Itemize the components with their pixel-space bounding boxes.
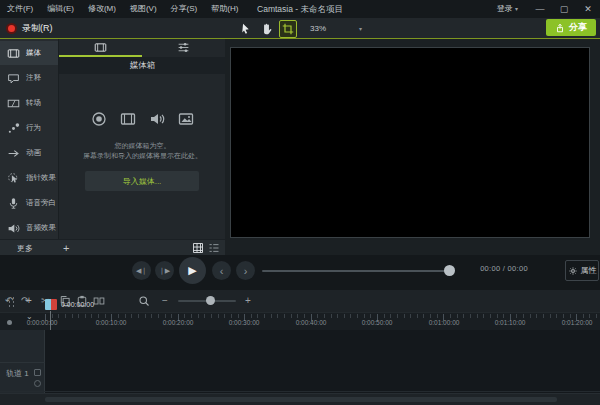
- step-forward-icon: ❘▶: [159, 267, 170, 275]
- sidebar-item-label: 音频效果: [26, 223, 56, 233]
- grid-view-button[interactable]: [192, 242, 204, 254]
- transition-icon: [7, 97, 20, 110]
- camtasia-window: 文件(F) 编辑(E) 修改(M) 视图(V) 分享(S) 帮助(H) Camt…: [0, 0, 600, 405]
- chevron-down-icon: ▾: [515, 6, 518, 12]
- timeline-zoom-out-button[interactable]: −: [162, 294, 168, 307]
- import-media-button[interactable]: 导入媒体...: [85, 171, 199, 191]
- jump-back-button[interactable]: ‹: [212, 261, 231, 280]
- properties-button[interactable]: 属性: [565, 260, 599, 281]
- track-lock-icon[interactable]: [34, 369, 41, 376]
- total-time: 00:00: [508, 264, 528, 273]
- chevron-left-icon: ‹: [220, 265, 224, 277]
- step-forward-button[interactable]: ❘▶: [155, 261, 174, 280]
- zoom-search-icon: [138, 295, 150, 307]
- animation-arrow-icon: [7, 147, 20, 160]
- preview-canvas[interactable]: [230, 47, 590, 238]
- collapse-tracks-button[interactable]: ⌄: [26, 313, 33, 321]
- track-visibility-icon[interactable]: [34, 380, 41, 387]
- sidebar-item-audio-effects[interactable]: 音频效果: [0, 216, 58, 240]
- gutter-divider: [0, 362, 45, 363]
- ruler-label: 0:00:50:00: [362, 319, 393, 326]
- timeline-zoom-handle[interactable]: [206, 296, 215, 305]
- select-tool-button[interactable]: [237, 20, 253, 36]
- speaker-icon: [7, 222, 20, 235]
- pan-tool-button[interactable]: [258, 20, 274, 36]
- chevron-down-icon: ▾: [359, 25, 362, 32]
- sidebar-item-label: 注释: [26, 73, 41, 83]
- current-time: 00:00: [480, 264, 500, 273]
- maximize-button[interactable]: ▢: [552, 0, 576, 18]
- sidebar-item-label: 媒体: [26, 48, 41, 58]
- record-button[interactable]: 录制(R): [6, 20, 53, 36]
- add-tab-button[interactable]: +: [63, 241, 69, 255]
- time-separator: /: [503, 264, 505, 273]
- step-back-icon: ◀❘: [136, 267, 147, 275]
- menu-edit[interactable]: 编辑(E): [40, 0, 81, 18]
- login-button[interactable]: 登录 ▾: [497, 0, 518, 18]
- login-label: 登录: [497, 4, 513, 13]
- sidebar-item-cursor-effects[interactable]: 指针效果: [0, 166, 58, 190]
- sidebar-item-transitions[interactable]: 转场: [0, 91, 58, 115]
- ruler-label: 0:01:20:00: [562, 319, 593, 326]
- horizontal-scrollbar-thumb[interactable]: [45, 397, 557, 402]
- horizontal-scrollbar[interactable]: [0, 393, 600, 405]
- gear-icon: [568, 266, 578, 276]
- list-view-button[interactable]: [208, 242, 220, 254]
- speaker-icon: [149, 111, 165, 127]
- scrubber-track[interactable]: [262, 270, 455, 272]
- jump-forward-button[interactable]: ›: [236, 261, 255, 280]
- scrubber-handle[interactable]: [444, 265, 455, 276]
- menu-share[interactable]: 分享(S): [164, 0, 205, 18]
- add-track-button[interactable]: +: [26, 296, 32, 306]
- main-toolbar: [0, 18, 600, 39]
- timeline-tracks-area[interactable]: 轨道 1: [0, 330, 600, 393]
- play-button[interactable]: ▶: [179, 257, 206, 284]
- share-button[interactable]: 分享: [546, 19, 596, 36]
- empty-state-title: 您的媒体箱为空。: [59, 141, 226, 151]
- timeline-zoom-in-button[interactable]: +: [245, 294, 251, 307]
- media-bin-panel: 媒体箱 您的媒体箱为空。 屏幕录制和导入的媒体将显示在此处。 导入媒体...: [58, 39, 225, 239]
- ruler-label: 0:00:10:00: [96, 319, 127, 326]
- track-lane-divider: [0, 391, 600, 392]
- tab-properties[interactable]: [142, 39, 225, 56]
- split-button[interactable]: [93, 295, 105, 307]
- sidebar-item-media[interactable]: 媒体: [0, 41, 58, 65]
- sidebar-item-voice-narration[interactable]: 语音旁白: [0, 191, 58, 215]
- menu-modify[interactable]: 修改(M): [81, 0, 123, 18]
- image-icon: [178, 111, 194, 127]
- sidebar-item-annotations[interactable]: 注释: [0, 66, 58, 90]
- timeline-ruler[interactable]: 0:00:00:00 0:00:10:00 0:00:20:00 0:00:30…: [0, 312, 600, 331]
- sidebar-item-label: 动画: [26, 148, 41, 158]
- cursor-effects-icon: [7, 172, 20, 185]
- ruler-label: 0:01:00:00: [429, 319, 460, 326]
- filmstrip-icon: [120, 111, 136, 127]
- share-label: 分享: [569, 21, 587, 34]
- behaviors-icon: [7, 122, 20, 135]
- menu-help[interactable]: 帮助(H): [204, 0, 245, 18]
- ruler-label: 0:00:30:00: [229, 319, 260, 326]
- tab-media-bin[interactable]: [59, 39, 142, 56]
- track-name-label: 轨道 1: [6, 368, 29, 379]
- menu-view[interactable]: 视图(V): [123, 0, 164, 18]
- panel-footer: 更多 +: [0, 239, 225, 256]
- step-back-button[interactable]: ◀❘: [132, 261, 151, 280]
- gutter-drag-handle-icon: [8, 296, 15, 308]
- playhead-time-label: 0:00:00:00: [61, 301, 94, 308]
- menu-file[interactable]: 文件(F): [0, 0, 40, 18]
- record-circle-icon: [91, 111, 107, 127]
- chevron-right-icon: ›: [244, 265, 248, 277]
- sliders-icon: [177, 41, 190, 54]
- crop-tool-button[interactable]: [279, 20, 297, 38]
- ruler-label: 0:00:40:00: [296, 319, 327, 326]
- filmstrip-icon: [94, 41, 107, 54]
- canvas-zoom-value: 33%: [310, 24, 326, 33]
- empty-state-subtitle: 屏幕录制和导入的媒体将显示在此处。: [59, 151, 226, 161]
- more-tabs-button[interactable]: 更多: [17, 243, 33, 254]
- canvas-zoom-dropdown[interactable]: 33% ▾: [305, 20, 367, 36]
- sidebar-item-animations[interactable]: 动画: [0, 141, 58, 165]
- sidebar-item-behaviors[interactable]: 行为: [0, 116, 58, 140]
- minimize-button[interactable]: —: [528, 0, 552, 18]
- playhead-out-handle[interactable]: [51, 299, 57, 310]
- sidebar-item-label: 转场: [26, 98, 41, 108]
- close-button[interactable]: ✕: [576, 0, 600, 18]
